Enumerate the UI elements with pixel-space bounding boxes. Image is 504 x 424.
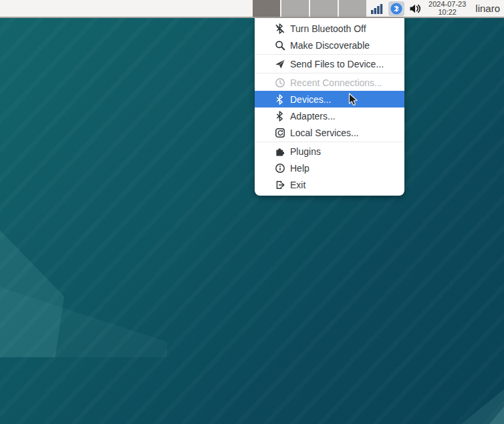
workspace-button-1[interactable] (253, 0, 280, 17)
menu-item-turn-bluetooth-off[interactable]: Turn Bluetooth Off (255, 20, 404, 37)
bluetooth-tray-icon[interactable] (388, 1, 404, 16)
clock-icon (275, 77, 285, 88)
workspace-button-4[interactable] (339, 0, 366, 17)
menu-item-label: Plugins (290, 146, 321, 157)
menu-item-label: Adapters... (290, 111, 336, 122)
menu-item-adapters[interactable]: Adapters... (255, 108, 404, 124)
search-icon (275, 40, 285, 51)
bluetooth-disabled-icon (275, 23, 285, 34)
system-tray: 2024-07-23 10:22 linaro (370, 0, 503, 17)
menu-item-devices[interactable]: Devices... (255, 91, 404, 108)
workspace-button-3[interactable] (310, 0, 338, 17)
desktop-wallpaper (0, 0, 504, 424)
menu-separator (255, 54, 404, 55)
workspace-button-2[interactable] (281, 0, 309, 17)
workspace-pager (253, 0, 366, 17)
top-panel: 2024-07-23 10:22 linaro (0, 0, 504, 18)
menu-item-label: Make Discoverable (290, 40, 370, 51)
clock-time: 10:22 (428, 9, 466, 17)
menu-item-label: Exit (290, 180, 305, 190)
menu-item-make-discoverable[interactable]: Make Discoverable (255, 37, 404, 53)
menu-item-label: Turn Bluetooth Off (290, 23, 366, 34)
help-icon (275, 163, 285, 174)
menu-item-plugins[interactable]: Plugins (255, 143, 404, 160)
menu-item-recent-connections: Recent Connections... (255, 74, 404, 91)
menu-item-exit[interactable]: Exit (255, 176, 404, 193)
mouse-cursor (348, 93, 361, 108)
bluetooth-icon (275, 94, 285, 105)
plugins-icon (275, 146, 285, 157)
services-icon (275, 128, 285, 138)
menu-item-label: Devices... (290, 94, 331, 105)
exit-icon (275, 180, 285, 190)
panel-clock[interactable]: 2024-07-23 10:22 (426, 1, 468, 16)
menu-item-label: Recent Connections... (290, 77, 382, 88)
network-signal-icon[interactable] (370, 1, 384, 16)
menu-item-send-files[interactable]: Send Files to Device... (255, 55, 404, 72)
volume-icon[interactable] (409, 1, 422, 16)
wallpaper-streaks (0, 0, 504, 424)
bluetooth-menu: Turn Bluetooth Off Make Discoverable Sen… (255, 18, 404, 196)
clock-date: 2024-07-23 (428, 1, 466, 9)
bluetooth-icon (275, 111, 285, 122)
send-icon (275, 59, 285, 69)
menu-item-label: Help (290, 163, 309, 174)
menu-item-label: Send Files to Device... (290, 59, 384, 69)
menu-separator (255, 142, 404, 142)
menu-item-help[interactable]: Help (255, 160, 404, 176)
menu-item-label: Local Services... (290, 128, 359, 138)
menu-item-local-services[interactable]: Local Services... (255, 124, 404, 141)
user-menu[interactable]: linaro (473, 3, 503, 14)
menu-separator (255, 73, 404, 73)
